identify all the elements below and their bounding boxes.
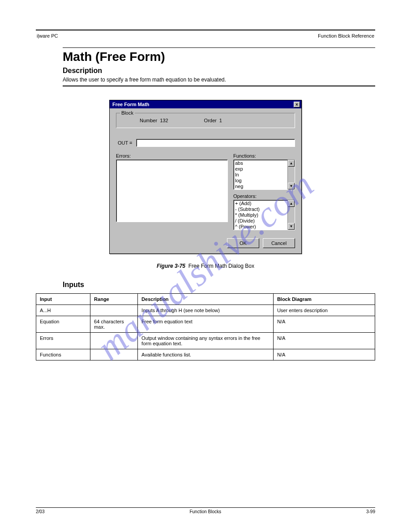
footer-left: 2/03 [36,509,44,514]
table-row: A...H Inputs A through H (see note below… [36,305,375,316]
operators-listbox[interactable]: + (Add) - (Subtract) * (Multiply) / (Div… [233,200,295,230]
title-rule [63,47,375,48]
scroll-down-icon[interactable]: ▼ [288,223,295,230]
list-item[interactable]: neg [235,184,286,189]
cancel-button[interactable]: Cancel [263,238,295,248]
desc-rule [63,86,375,86]
list-item[interactable]: exp [235,166,286,172]
header-row: i|ware PC Function Block Reference [36,33,375,39]
table-header-row: Input Range Description Block Diagram [36,294,375,305]
list-item[interactable]: ln [235,172,286,178]
th-range: Range [90,294,138,305]
list-item[interactable]: abs [235,160,286,166]
number-label: Number 132 [140,118,168,123]
operators-content: + (Add) - (Subtract) * (Multiply) / (Div… [234,200,287,230]
functions-scrollbar[interactable]: ▲ ▼ [287,160,295,189]
dialog-title: Free Form Math [112,102,150,107]
figure-caption: Figure 3-75 Free Form Math Dialog Box [36,263,375,269]
subtitle: Description [63,67,375,75]
operators-label: Operators: [233,193,295,199]
description: Allows the user to specify a free form m… [63,77,375,83]
out-input[interactable] [136,139,295,147]
functions-content: abs exp ln log neg [234,160,287,189]
footer-center: Function Blocks [189,509,221,514]
block-fieldset: Block Number 132 Order 1 [116,113,295,128]
header-rule-top [36,30,375,30]
section-inputs: Inputs [63,281,375,289]
header-right: Function Block Reference [318,33,374,39]
list-item[interactable]: + (Add) [235,201,286,206]
list-item[interactable]: - (Subtract) [235,206,286,212]
errors-label: Errors: [116,153,228,159]
functions-listbox[interactable]: abs exp ln log neg ▲ ▼ [233,159,295,190]
titlebar[interactable]: Free Form Math × [110,100,301,108]
list-item[interactable]: / (Divide) [235,218,286,224]
out-label: OUT = [118,140,133,146]
table-row: Errors Output window containing any synt… [36,333,375,349]
header-left: i|ware PC [37,33,58,39]
order-label: Order 1 [204,118,222,123]
footer-right: 3-99 [366,509,375,514]
table-row: Functions Available functions list. N/A [36,349,375,360]
table-row: Equation 64 characters max. Free form eq… [36,316,375,333]
scroll-down-icon[interactable]: ▼ [288,183,295,189]
close-icon[interactable]: × [294,102,300,107]
dialog-free-form-math: Free Form Math × Block Number 132 Order … [109,100,302,254]
operators-scrollbar[interactable]: ▲ ▼ [287,200,295,230]
th-block: Block Diagram [273,294,375,305]
footer: 2/03 Function Blocks 3-99 [36,507,375,514]
page-title: Math (Free Form) [63,50,375,64]
functions-label: Functions: [233,153,295,159]
inputs-table: Input Range Description Block Diagram A.… [36,293,375,360]
list-item[interactable]: log [235,178,286,184]
list-item[interactable]: * (Multiply) [235,212,286,218]
th-desc: Description [138,294,274,305]
errors-listbox[interactable] [116,159,228,222]
scroll-up-icon[interactable]: ▲ [288,200,295,207]
scroll-up-icon[interactable]: ▲ [288,160,295,167]
list-item[interactable]: ^ (Power) [235,224,286,230]
ok-button[interactable]: OK [227,238,259,248]
th-input: Input [36,294,90,305]
block-legend: Block [120,110,135,116]
